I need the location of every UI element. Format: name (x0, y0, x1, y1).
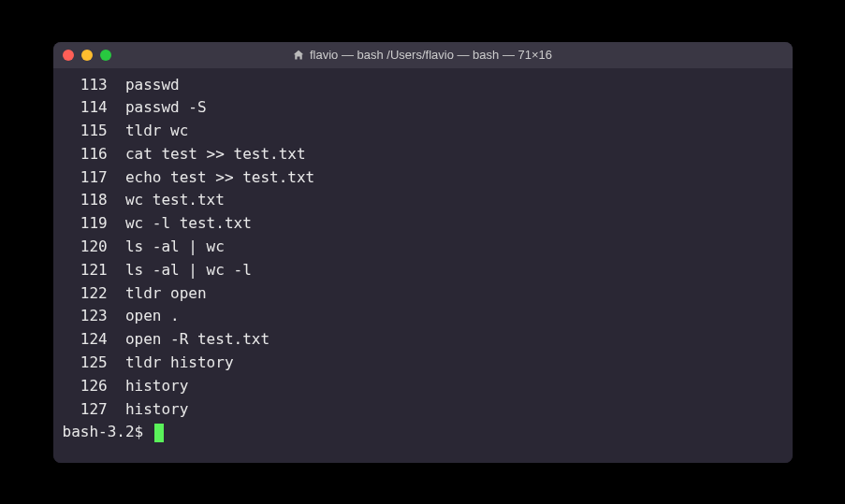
maximize-button[interactable] (100, 50, 111, 61)
history-line: 118 wc test.txt (63, 189, 783, 212)
history-line: 121 ls -al | wc -l (63, 259, 783, 282)
history-command: tldr open (108, 284, 207, 302)
history-number: 113 (63, 74, 108, 97)
history-number: 116 (63, 143, 108, 166)
history-number: 126 (63, 375, 108, 398)
history-command: history (108, 400, 189, 418)
history-number: 124 (63, 328, 108, 352)
traffic-lights (63, 50, 111, 61)
prompt-line[interactable]: bash-3.2$ (63, 421, 783, 444)
history-command: passwd -S (108, 98, 207, 116)
history-command: wc -l test.txt (108, 214, 252, 232)
minimize-button[interactable] (81, 50, 93, 61)
history-number: 127 (63, 398, 108, 422)
history-command: tldr history (108, 353, 234, 371)
history-number: 120 (63, 236, 108, 259)
window-title: flavio — bash /Users/flavio — bash — 71×… (53, 48, 793, 62)
history-number: 117 (63, 166, 108, 190)
history-line: 125 tldr history (63, 352, 783, 375)
history-line: 113 passwd (63, 74, 783, 97)
prompt: bash-3.2$ (63, 421, 153, 444)
history-command: ls -al | wc (108, 238, 225, 255)
history-line: 115 tldr wc (63, 120, 783, 143)
history-command: open -R test.txt (108, 330, 270, 348)
history-line: 117 echo test >> test.txt (63, 166, 783, 190)
history-command: passwd (108, 76, 180, 94)
history-command: open . (108, 307, 180, 324)
history-number: 118 (63, 189, 108, 212)
history-number: 121 (63, 259, 108, 282)
history-line: 123 open . (63, 305, 783, 328)
history-command: ls -al | wc -l (108, 261, 252, 279)
history-line: 114 passwd -S (63, 96, 783, 120)
history-number: 122 (63, 282, 108, 306)
history-number: 115 (63, 120, 108, 143)
history-command: wc test.txt (108, 191, 225, 209)
history-line: 119 wc -l test.txt (63, 212, 783, 236)
cursor (154, 424, 164, 442)
history-command: tldr wc (108, 122, 189, 139)
history-command: history (108, 377, 189, 395)
titlebar: flavio — bash /Users/flavio — bash — 71×… (53, 42, 793, 68)
history-line: 116 cat test >> test.txt (63, 143, 783, 166)
home-icon (293, 50, 304, 61)
history-number: 123 (63, 305, 108, 328)
terminal-window: flavio — bash /Users/flavio — bash — 71×… (53, 42, 793, 463)
history-number: 119 (63, 212, 108, 236)
history-command: cat test >> test.txt (108, 145, 306, 163)
history-line: 122 tldr open (63, 282, 783, 306)
terminal-body[interactable]: 113 passwd114 passwd -S115 tldr wc116 ca… (53, 68, 793, 463)
history-line: 120 ls -al | wc (63, 236, 783, 259)
close-button[interactable] (63, 50, 74, 61)
history-output: 113 passwd114 passwd -S115 tldr wc116 ca… (63, 74, 783, 422)
history-line: 126 history (63, 375, 783, 398)
history-command: echo test >> test.txt (108, 168, 315, 186)
history-line: 127 history (63, 398, 783, 422)
history-number: 125 (63, 352, 108, 375)
history-line: 124 open -R test.txt (63, 328, 783, 352)
history-number: 114 (63, 96, 108, 120)
window-title-text: flavio — bash /Users/flavio — bash — 71×… (310, 48, 552, 62)
